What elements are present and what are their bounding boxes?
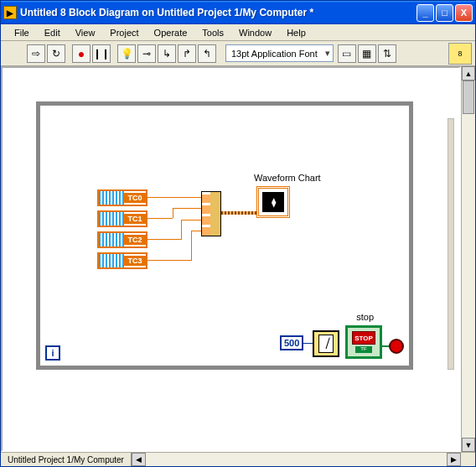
- scroll-up-button[interactable]: ▲: [462, 66, 475, 80]
- menubar: File Edit View Project Operate Tools Win…: [1, 24, 475, 41]
- run-continuous-button[interactable]: ↻: [47, 44, 65, 63]
- menu-help[interactable]: Help: [280, 26, 313, 39]
- daq-icon: [99, 233, 124, 246]
- scrollbar-track[interactable]: [462, 80, 475, 438]
- window-frame: ▶ Untitled 8 Block Diagram on Untitled P…: [0, 0, 476, 467]
- app-icon: ▶: [3, 6, 17, 19]
- menu-file[interactable]: File: [8, 26, 36, 39]
- vertical-scrollbar: ▲ ▼: [461, 66, 475, 452]
- tc2-node[interactable]: TC2: [97, 231, 147, 248]
- stop-icon: STOP: [352, 331, 375, 345]
- wire[interactable]: [147, 218, 173, 219]
- tc1-node[interactable]: TC1: [97, 210, 147, 227]
- pause-button[interactable]: ❙❙: [92, 44, 111, 63]
- wire[interactable]: [302, 343, 313, 344]
- distribute-button[interactable]: ▦: [358, 44, 376, 63]
- retain-wire-button[interactable]: ⊸: [137, 44, 156, 63]
- menu-operate[interactable]: Operate: [147, 26, 194, 39]
- stop-label: stop: [356, 312, 374, 322]
- while-loop[interactable]: i TC0 TC1 TC2 TC3 Waveform Chart: [36, 101, 413, 370]
- wire[interactable]: [382, 345, 389, 347]
- menu-tools[interactable]: Tools: [195, 26, 230, 39]
- inner-scrollbar-thumb[interactable]: [448, 118, 454, 370]
- bundle-node[interactable]: [201, 191, 221, 236]
- font-selector[interactable]: 13pt Application Font: [225, 44, 334, 62]
- wait-ms-node[interactable]: [313, 330, 339, 357]
- metronome-icon: [318, 335, 334, 353]
- loop-condition-terminal[interactable]: [389, 339, 404, 354]
- menu-view[interactable]: View: [69, 26, 102, 39]
- reorder-button[interactable]: ⇅: [378, 44, 396, 63]
- loop-iteration-terminal[interactable]: i: [45, 345, 60, 361]
- status-scroll-row: Untitled Project 1/My Computer ◀ ▶: [1, 452, 475, 466]
- wire[interactable]: [173, 208, 201, 209]
- scroll-down-button[interactable]: ▼: [462, 438, 475, 452]
- resize-grip[interactable]: [461, 453, 475, 466]
- numeric-constant-500[interactable]: 500: [280, 335, 303, 350]
- scroll-right-button[interactable]: ▶: [447, 453, 461, 466]
- daq-icon: [99, 212, 124, 226]
- project-path-tab[interactable]: Untitled Project 1/My Computer: [1, 453, 132, 466]
- titlebar: ▶ Untitled 8 Block Diagram on Untitled P…: [1, 1, 475, 24]
- hscroll-track[interactable]: [146, 453, 447, 466]
- diagram-canvas[interactable]: i TC0 TC1 TC2 TC3 Waveform Chart: [1, 66, 461, 452]
- wire[interactable]: [147, 260, 191, 261]
- daq-icon: [99, 191, 124, 205]
- step-into-button[interactable]: ↳: [158, 44, 176, 63]
- menu-window[interactable]: Window: [232, 26, 278, 39]
- align-button[interactable]: ▭: [338, 44, 356, 63]
- toolbar: ⇨ ↻ ● ❙❙ 💡 ⊸ ↳ ↱ ↰ 13pt Application Font…: [1, 41, 475, 66]
- daq-icon: [99, 254, 124, 267]
- scrollbar-thumb[interactable]: [463, 80, 474, 114]
- window-buttons: _ □ X: [416, 4, 473, 22]
- wire[interactable]: [191, 231, 192, 261]
- waveform-chart-terminal[interactable]: ⧫: [256, 186, 290, 218]
- chart-label: Waveform Chart: [254, 173, 321, 183]
- labview-icon[interactable]: 8: [448, 43, 472, 65]
- tc0-node[interactable]: TC0: [97, 189, 147, 206]
- step-over-button[interactable]: ↱: [178, 44, 196, 63]
- close-button[interactable]: X: [455, 4, 473, 22]
- tc3-node[interactable]: TC3: [97, 252, 147, 269]
- workarea: i TC0 TC1 TC2 TC3 Waveform Chart: [1, 66, 475, 452]
- minimize-button[interactable]: _: [416, 4, 434, 22]
- scroll-left-button[interactable]: ◀: [132, 453, 146, 466]
- run-button[interactable]: ⇨: [27, 44, 45, 63]
- abort-button[interactable]: ●: [72, 44, 91, 63]
- window-title: Untitled 8 Block Diagram on Untitled Pro…: [20, 7, 416, 18]
- highlight-exec-button[interactable]: 💡: [117, 44, 136, 63]
- wire[interactable]: [147, 197, 201, 198]
- stop-button-terminal[interactable]: STOP TF: [345, 325, 382, 359]
- wire[interactable]: [173, 208, 173, 218]
- wire[interactable]: [147, 239, 181, 240]
- boolean-type-icon: TF: [355, 346, 372, 353]
- cluster-wire[interactable]: [221, 211, 256, 215]
- maximize-button[interactable]: □: [436, 4, 453, 22]
- step-out-button[interactable]: ↰: [198, 44, 216, 63]
- wire[interactable]: [181, 220, 201, 221]
- chart-icon: ⧫: [262, 192, 284, 212]
- menu-project[interactable]: Project: [103, 26, 145, 39]
- wire[interactable]: [181, 220, 182, 240]
- wire[interactable]: [191, 231, 201, 231]
- menu-edit[interactable]: Edit: [38, 26, 67, 39]
